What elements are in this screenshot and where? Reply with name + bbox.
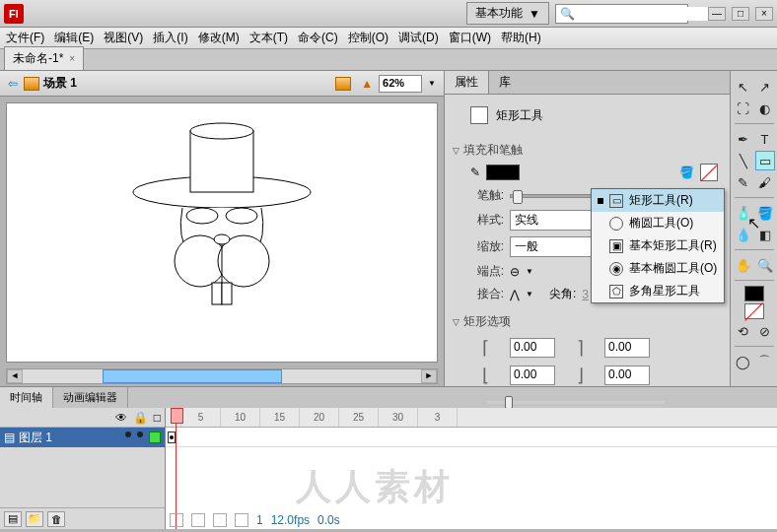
svg-point-7 (214, 234, 230, 244)
search-field[interactable] (575, 7, 723, 21)
menu-insert[interactable]: 插入(I) (153, 30, 187, 46)
center-frame-icon[interactable] (235, 513, 248, 527)
corner-br-input[interactable]: 0.00 (604, 366, 650, 385)
fill-color-swatch[interactable] (700, 164, 718, 181)
playhead[interactable] (176, 408, 177, 529)
tab-motion-editor[interactable]: 动画编辑器 (53, 387, 128, 408)
frames-area[interactable]: 1 5 10 15 20 25 30 3 1 12.0fps 0.0s (166, 408, 777, 529)
current-frame: 1 (256, 513, 263, 527)
pen-tool[interactable]: ✒ (734, 129, 753, 149)
menu-edit[interactable]: 编辑(E) (54, 30, 94, 46)
bucket-icon: 🪣 (679, 166, 694, 179)
lasso-tool[interactable]: ◐ (755, 99, 775, 118)
menu-control[interactable]: 控制(O) (348, 30, 388, 46)
shape-tool-flyout: ▭矩形工具(R) 椭圆工具(O) ▣基本矩形工具(R) ◉基本椭圆工具(O) ⬠… (591, 188, 725, 303)
menu-modify[interactable]: 修改(M) (198, 30, 240, 46)
subselection-tool[interactable]: ↗ (755, 77, 775, 97)
onion-skin-icon[interactable] (170, 513, 183, 527)
zoom-tool[interactable]: 🔍 (755, 255, 775, 275)
style-label: 样式: (470, 212, 504, 229)
tab-timeline[interactable]: 时间轴 (0, 387, 53, 408)
scroll-left-icon[interactable]: ◄ (7, 369, 23, 383)
flyout-primitive-rect[interactable]: ▣基本矩形工具(R) (592, 234, 724, 257)
zoom-chevron-icon[interactable]: ▼ (428, 79, 436, 88)
snap-icon[interactable]: ◯ (734, 352, 753, 371)
h-scrollbar[interactable]: ◄ ► (6, 368, 438, 384)
layer-name: 图层 1 (19, 430, 52, 446)
corner-tr-input[interactable]: 0.00 (604, 338, 650, 358)
scroll-thumb[interactable] (103, 369, 282, 383)
selection-tool[interactable]: ↖ (734, 77, 753, 97)
layer-row-1[interactable]: ▤ 图层 1 (0, 428, 165, 447)
symbol-icon[interactable]: ▲ (361, 77, 373, 91)
edit-scene-icon[interactable] (335, 77, 351, 91)
current-tool-name: 矩形工具 (496, 107, 543, 124)
flyout-primitive-oval[interactable]: ◉基本椭圆工具(O) (592, 257, 724, 280)
stage-canvas[interactable] (6, 102, 438, 363)
line-tool[interactable]: ╲ (734, 151, 753, 170)
menu-window[interactable]: 窗口(W) (449, 30, 491, 46)
tab-library[interactable]: 库 (489, 71, 521, 94)
option-icon[interactable]: ⌒ (755, 352, 775, 371)
document-tab[interactable]: 未命名-1* × (4, 46, 84, 70)
edit-frames-icon[interactable] (213, 513, 227, 527)
minimize-button[interactable]: — (708, 7, 726, 21)
svg-point-4 (226, 208, 257, 224)
menu-debug[interactable]: 调试(D) (398, 30, 439, 46)
menu-text[interactable]: 文本(T) (249, 30, 288, 46)
lock-icon[interactable]: 🔒 (133, 411, 148, 425)
keyframe[interactable] (168, 432, 176, 443)
tab-properties[interactable]: 属性 (445, 71, 489, 94)
new-layer-button[interactable]: ▤ (4, 511, 22, 527)
section-fill-stroke[interactable]: ▽填充和笔触 (453, 140, 722, 161)
menu-file[interactable]: 文件(F) (6, 30, 44, 46)
sharp-label: 尖角: (549, 286, 576, 302)
outline-icon[interactable]: □ (154, 411, 161, 425)
scroll-right-icon[interactable]: ► (421, 369, 437, 383)
fill-swatch[interactable] (744, 303, 764, 319)
stroke-swatch[interactable] (744, 286, 764, 301)
no-color-icon[interactable]: ⊘ (755, 321, 775, 341)
brush-tool[interactable]: 🖌 (755, 172, 775, 192)
flyout-rectangle[interactable]: ▭矩形工具(R) (592, 189, 724, 212)
scene-name: 场景 1 (43, 75, 77, 92)
cap-label: 端点: (470, 263, 504, 280)
join-value[interactable]: ⋀ (510, 288, 520, 301)
corner-bl-icon: ⌊ (470, 366, 500, 385)
menu-command[interactable]: 命令(C) (298, 30, 338, 46)
menu-bar: 文件(F) 编辑(E) 视图(V) 插入(I) 修改(M) 文本(T) 命令(C… (0, 28, 777, 49)
menu-help[interactable]: 帮助(H) (501, 30, 541, 46)
flyout-oval[interactable]: 椭圆工具(O) (592, 212, 724, 234)
eye-icon[interactable]: 👁 (115, 411, 127, 425)
text-tool[interactable]: T (755, 129, 775, 149)
section-rect-options[interactable]: ▽矩形选项 (453, 311, 722, 332)
svg-rect-10 (222, 283, 232, 304)
maximize-button[interactable]: □ (732, 7, 749, 21)
layer-color-swatch[interactable] (149, 432, 161, 443)
back-icon[interactable]: ⇦ (8, 77, 18, 91)
search-input[interactable]: 🔍 (555, 4, 688, 24)
corner-bl-input[interactable]: 0.00 (510, 366, 555, 385)
zoom-input[interactable]: 62% (379, 75, 422, 93)
free-transform-tool[interactable]: ⛶ (734, 99, 753, 118)
onion-outline-icon[interactable] (191, 513, 205, 527)
new-folder-button[interactable]: 📁 (26, 511, 43, 527)
corner-br-icon: ⌋ (565, 366, 595, 385)
swap-colors-icon[interactable]: ⟲ (734, 321, 753, 341)
corner-tr-icon: ⌉ (565, 338, 595, 358)
cap-value[interactable]: ⊖ (510, 265, 520, 279)
mouse-cursor: ↖ (747, 214, 760, 233)
hand-tool[interactable]: ✋ (734, 255, 753, 275)
corner-slider[interactable] (487, 401, 665, 404)
delete-layer-button[interactable]: 🗑 (47, 511, 65, 527)
pencil-tool[interactable]: ✎ (734, 172, 753, 192)
workspace-selector[interactable]: 基本功能 ▼ (466, 2, 549, 25)
close-button[interactable]: × (755, 7, 773, 21)
stroke-color-swatch[interactable] (486, 165, 520, 180)
close-tab-icon[interactable]: × (69, 53, 75, 64)
scene-icon (24, 77, 39, 91)
menu-view[interactable]: 视图(V) (104, 30, 143, 46)
corner-tl-input[interactable]: 0.00 (510, 338, 555, 358)
flyout-polystar[interactable]: ⬠多角星形工具 (592, 280, 724, 302)
rectangle-tool[interactable]: ▭ (755, 151, 775, 170)
